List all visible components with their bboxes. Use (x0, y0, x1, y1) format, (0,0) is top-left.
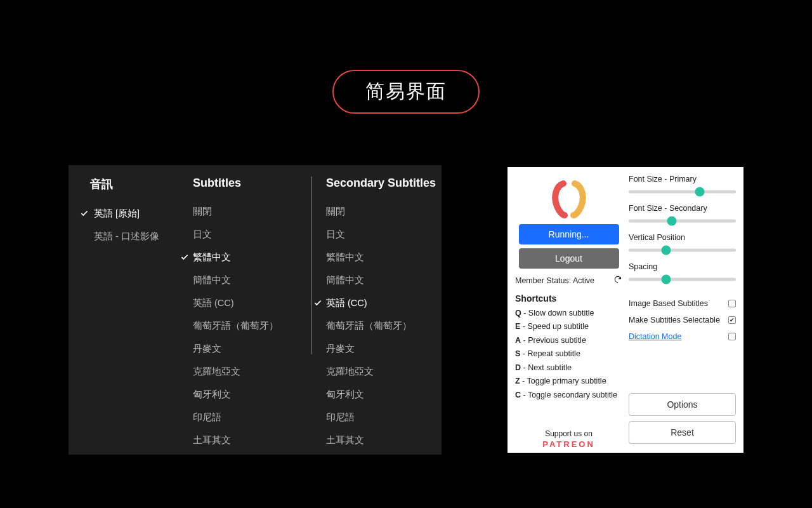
subtitle-picker-panel: 音訊 英語 [原始]英語 - 口述影像 Subtitles 關閉日文繁體中文簡體… (69, 165, 442, 455)
subtitles-header: Subtitles (178, 177, 311, 190)
secondary-subtitles-option[interactable]: 日文 (311, 223, 442, 246)
checkbox[interactable] (728, 316, 736, 324)
shortcuts-header: Shortcuts (515, 293, 622, 304)
subtitles-option-label: 克羅地亞文 (193, 366, 240, 378)
check-icon (180, 253, 189, 262)
toggle-dictation-mode: Dictation Mode (629, 332, 736, 341)
slider-thumb[interactable] (695, 187, 704, 197)
secondary-subtitles-option-label: 日文 (326, 229, 345, 241)
secondary-subtitles-option[interactable]: 關閉 (311, 200, 442, 223)
check-icon (80, 209, 89, 218)
patreon-link[interactable]: PATREON (515, 439, 622, 449)
subtitles-column: Subtitles 關閉日文繁體中文簡體中文英語 (CC)葡萄牙語（葡萄牙）丹麥… (178, 165, 311, 455)
toggle-label: Make Subtitles Selectable (629, 316, 720, 324)
checkbox[interactable] (728, 333, 736, 340)
shortcut-item: S - Repeat subtitle (515, 349, 622, 358)
audio-option[interactable]: 英語 - 口述影像 (90, 225, 178, 248)
shortcut-item: Z - Toggle primary subtitle (515, 377, 622, 385)
subtitles-option[interactable]: 葡萄牙語（葡萄牙） (178, 314, 311, 337)
toggle-label: Image Based Subtitles (629, 299, 708, 308)
extension-right-col: Font Size - PrimaryFont Size - Secondary… (629, 175, 736, 453)
secondary-subtitles-option-label: 丹麥文 (326, 343, 355, 355)
page-title-pill: 简易界面 (332, 70, 480, 114)
secondary-subtitles-option-label: 印尼語 (326, 411, 355, 424)
toggle-label[interactable]: Dictation Mode (629, 332, 681, 341)
subtitles-option-label: 關閉 (193, 206, 212, 218)
secondary-subtitles-option-label: 土耳其文 (326, 434, 364, 446)
refresh-icon[interactable] (613, 275, 622, 286)
secondary-subtitles-option[interactable]: 匈牙利文 (311, 383, 442, 406)
slider-vertical-position: Vertical Position (629, 233, 736, 255)
slider-thumb[interactable] (667, 217, 676, 226)
secondary-subtitles-option[interactable]: 克羅地亞文 (311, 360, 442, 383)
secondary-subtitles-option[interactable]: 簡體中文 (311, 269, 442, 291)
subtitles-option-label: 簡體中文 (193, 274, 231, 286)
subtitles-option[interactable]: 繁體中文 (178, 246, 311, 269)
subtitles-option-label: 土耳其文 (193, 434, 231, 446)
secondary-subtitles-option-label: 匈牙利文 (326, 389, 364, 401)
subtitles-option-label: 印尼語 (193, 411, 221, 424)
slider-thumb[interactable] (662, 275, 671, 284)
audio-column: 音訊 英語 [原始]英語 - 口述影像 (69, 165, 178, 455)
audio-header: 音訊 (90, 177, 178, 192)
toggle-image-based-subtitles: Image Based Subtitles (629, 299, 736, 308)
slider-track[interactable] (629, 217, 736, 225)
secondary-subtitles-column: Secondary Subtitles 關閉日文繁體中文簡體中文英語 (CC)葡… (311, 165, 442, 455)
check-icon (313, 298, 322, 307)
secondary-subtitles-option[interactable]: 印尼語 (311, 406, 442, 429)
support-label: Support us on (515, 429, 622, 438)
running-button[interactable]: Running... (519, 224, 619, 244)
secondary-subtitles-option[interactable]: 葡萄牙語（葡萄牙） (311, 314, 442, 337)
slider-track[interactable] (629, 275, 736, 284)
secondary-subtitles-option-label: 葡萄牙語（葡萄牙） (326, 320, 412, 332)
subtitles-option[interactable]: 英語 (CC) (178, 291, 311, 314)
slider-font-size-primary: Font Size - Primary (629, 175, 736, 196)
subtitles-option[interactable]: 印尼語 (178, 406, 311, 429)
options-button[interactable]: Options (629, 393, 736, 416)
secondary-subtitles-option-label: 英語 (CC) (326, 297, 367, 309)
slider-spacing: Spacing (629, 262, 736, 284)
support-block: Support us on PATREON (515, 429, 622, 453)
subtitles-option[interactable]: 匈牙利文 (178, 383, 311, 406)
subtitles-option-label: 英語 (CC) (193, 297, 234, 309)
subtitles-option[interactable]: 關閉 (178, 200, 311, 223)
secondary-subtitles-option[interactable]: 繁體中文 (311, 246, 442, 269)
secondary-subtitles-option-label: 繁體中文 (326, 251, 364, 264)
secondary-subtitles-header: Secondary Subtitles (311, 177, 442, 190)
secondary-subtitles-option[interactable]: 英語 (CC) (311, 291, 442, 314)
slider-font-size-secondary: Font Size - Secondary (629, 204, 736, 225)
extension-left-col: Running... Logout Member Status: Active … (515, 175, 622, 453)
checkbox[interactable] (728, 300, 736, 307)
slider-label: Font Size - Secondary (629, 204, 736, 213)
shortcut-item: A - Previous subtitle (515, 336, 622, 345)
shortcut-item: E - Speed up subtitle (515, 322, 622, 331)
subtitles-option[interactable]: 日文 (178, 223, 311, 246)
member-status-row: Member Status: Active (515, 275, 622, 286)
reset-button[interactable]: Reset (629, 421, 736, 444)
secondary-subtitles-option[interactable]: 土耳其文 (311, 429, 442, 451)
subtitles-option-label: 匈牙利文 (193, 389, 231, 401)
secondary-subtitles-option-label: 關閉 (326, 206, 345, 218)
subtitles-option[interactable]: 丹麥文 (178, 337, 311, 360)
slider-track[interactable] (629, 187, 736, 196)
slider-label: Vertical Position (629, 233, 736, 242)
subtitles-option[interactable]: 簡體中文 (178, 269, 311, 291)
secondary-subtitles-option-label: 簡體中文 (326, 274, 364, 286)
audio-option-label: 英語 - 口述影像 (94, 231, 159, 243)
logout-button[interactable]: Logout (519, 248, 619, 269)
subtitles-option-label: 繁體中文 (193, 251, 231, 264)
member-status-text: Member Status: Active (515, 276, 594, 285)
shortcut-item: Q - Slow down subtitle (515, 309, 622, 318)
toggle-make-subtitles-selectable: Make Subtitles Selectable (629, 316, 736, 324)
audio-option[interactable]: 英語 [原始] (90, 202, 178, 225)
secondary-subtitles-option[interactable]: 丹麥文 (311, 337, 442, 360)
secondary-subtitles-option-label: 克羅地亞文 (326, 366, 374, 378)
subtitles-option-label: 葡萄牙語（葡萄牙） (193, 320, 278, 332)
slider-thumb[interactable] (662, 246, 671, 255)
subtitles-option[interactable]: 土耳其文 (178, 429, 311, 451)
audio-option-label: 英語 [原始] (94, 208, 140, 220)
shortcut-item: C - Toggle secondary subtitle (515, 391, 622, 399)
slider-label: Font Size - Primary (629, 175, 736, 184)
slider-track[interactable] (629, 246, 736, 255)
subtitles-option[interactable]: 克羅地亞文 (178, 360, 311, 383)
